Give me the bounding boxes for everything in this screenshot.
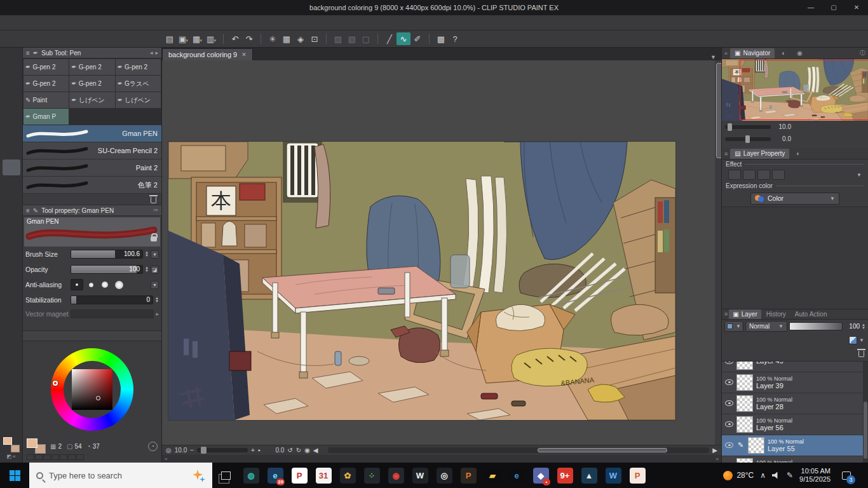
fg-bg-swatches[interactable] xyxy=(27,438,46,454)
tool-icon[interactable] xyxy=(3,96,20,112)
compass-icon[interactable]: ◔ xyxy=(148,442,158,451)
toolbar-icon[interactable]: ? xyxy=(448,32,462,45)
toolbar-icon[interactable]: ▥▾ xyxy=(205,32,219,45)
blend-mode-dropdown[interactable]: Normal▼ xyxy=(745,321,787,332)
start-button[interactable] xyxy=(0,463,29,488)
layer-type-combo[interactable]: ▼ xyxy=(724,321,743,332)
brush-size-spin[interactable]: ▲▼ xyxy=(145,251,149,257)
layer-row[interactable]: ✎ 100 % Normal Layer 55 xyxy=(722,435,868,456)
toolbar-icon[interactable]: ▨ xyxy=(331,32,345,45)
panel-info-icon[interactable]: ⓘ xyxy=(860,49,865,57)
opacity-slider[interactable]: 100 xyxy=(71,265,143,274)
opacity-spin[interactable]: ▲▼ xyxy=(145,266,149,273)
aa-weak-button[interactable] xyxy=(85,279,97,290)
taskbar-app-button[interactable]: 31 xyxy=(311,463,336,488)
taskbar-app-button[interactable]: e xyxy=(505,463,529,488)
layer-row[interactable]: 100 % Normal Layer 57 xyxy=(722,456,868,463)
navigator-thumbnail[interactable] xyxy=(722,59,868,121)
collapse-icon[interactable]: ◂ xyxy=(150,50,153,56)
tab-auto-action[interactable]: Auto Action xyxy=(791,309,831,319)
tab-information[interactable]: ◉ xyxy=(792,48,807,58)
tool-icon[interactable] xyxy=(3,64,20,80)
layer-visibility-icon[interactable] xyxy=(725,421,733,427)
zoom-slider[interactable] xyxy=(197,448,248,452)
delete-layer-icon[interactable] xyxy=(858,351,864,357)
taskbar-search[interactable]: Type here to search xyxy=(29,463,212,488)
brush-list-item[interactable]: 色筆 2 xyxy=(23,177,161,194)
layer-visibility-icon[interactable] xyxy=(725,442,733,448)
layer-thumbnail[interactable] xyxy=(736,416,753,433)
layer-visibility-icon[interactable] xyxy=(725,379,733,385)
color-value-icon[interactable]: ◔ xyxy=(87,443,91,450)
layer-list-scrollbar[interactable] xyxy=(863,362,868,463)
detail-settings-icon[interactable]: ✑ xyxy=(153,207,158,214)
tool-icon[interactable] xyxy=(3,223,20,239)
subtool-button[interactable]: ✒ Gラスペ xyxy=(116,76,161,92)
palette-chip[interactable] xyxy=(76,454,84,460)
layer-row[interactable]: Layer 49 xyxy=(722,362,868,372)
navigator-zoom-slider[interactable] xyxy=(725,125,771,129)
taskbar-app-button[interactable]: e 39 xyxy=(263,463,287,488)
layer-row[interactable]: 100 % Normal Layer 39 xyxy=(722,372,868,393)
toolbar-icon[interactable]: ▦ xyxy=(280,32,294,45)
maximize-button[interactable]: ▢ xyxy=(822,0,845,15)
brush-size-options-button[interactable]: ▾ xyxy=(151,250,159,259)
palette-chip[interactable] xyxy=(68,454,76,460)
taskbar-app-button[interactable]: ▲ xyxy=(577,463,601,488)
layer-thumbnail[interactable] xyxy=(736,395,753,412)
hue-marker[interactable] xyxy=(53,381,58,386)
taskbar-app-button[interactable]: P xyxy=(456,463,480,488)
brush-size-slider[interactable]: 100.6 xyxy=(71,250,143,259)
tab-list-caret-icon[interactable]: ▼ xyxy=(710,54,721,60)
taskbar-app-button[interactable]: ⁘ xyxy=(360,463,384,488)
rotate-reset-button[interactable]: ◉ xyxy=(304,447,310,454)
swap-colors-icon[interactable]: ◩« xyxy=(3,454,20,460)
main-color-swatches[interactable] xyxy=(3,437,20,452)
taskbar-app-button[interactable]: 9+ xyxy=(553,463,577,488)
toolbar-icon[interactable]: ✐ xyxy=(410,32,424,45)
zoom-in-button[interactable]: + xyxy=(251,447,255,454)
tool-icon[interactable] xyxy=(3,302,20,318)
layer-opacity-spin[interactable]: ▲▼ xyxy=(862,323,865,330)
tool-property-header[interactable]: ≡ ✎ Tool property: Gman PEN ✑ xyxy=(23,205,161,216)
aa-options-button[interactable]: ▾ xyxy=(151,281,159,289)
collapse-left-icon[interactable]: « xyxy=(165,456,167,462)
panel-menu-icon[interactable]: ≡ xyxy=(724,151,728,157)
saturation-value-square[interactable] xyxy=(72,369,112,410)
subtool-button[interactable]: ✒ Gman P xyxy=(24,109,69,125)
close-button[interactable]: ✕ xyxy=(845,0,868,15)
palette-chip[interactable] xyxy=(35,454,43,460)
delete-subtool-icon[interactable] xyxy=(151,197,156,203)
sv-marker[interactable] xyxy=(96,396,100,400)
navigator-rotation-slider[interactable] xyxy=(725,137,771,141)
stabilization-slider[interactable]: 0 xyxy=(71,295,153,304)
volume-icon[interactable] xyxy=(772,471,780,479)
taskbar-app-button[interactable]: ◎ xyxy=(432,463,456,488)
taskbar-app-button[interactable]: P xyxy=(625,463,649,488)
document-tab[interactable]: background coloring 9 ✕ xyxy=(162,48,253,60)
layer-visibility-icon[interactable] xyxy=(725,400,733,406)
palette-chip[interactable] xyxy=(27,454,34,460)
tool-icon[interactable] xyxy=(3,334,20,350)
aa-strong-button[interactable] xyxy=(112,279,125,290)
palette-chip[interactable] xyxy=(51,454,59,460)
tool-icon[interactable] xyxy=(3,239,20,255)
lock-icon[interactable] xyxy=(151,236,157,241)
canvas-viewport[interactable] xyxy=(162,60,721,445)
taskbar-app-button[interactable]: ◆ • xyxy=(529,463,553,488)
brush-list-item[interactable]: Gman PEN xyxy=(23,125,161,142)
subtool-button[interactable]: ✒ しげペン xyxy=(116,92,161,108)
layer-thumbnail[interactable] xyxy=(736,458,753,463)
effect-icon[interactable] xyxy=(743,170,756,180)
toolbar-icon[interactable] xyxy=(6,32,20,45)
zoom-out-button[interactable]: − xyxy=(190,447,194,454)
layer-thumbnail[interactable] xyxy=(736,374,753,391)
toolbar-icon[interactable]: ▢ xyxy=(359,32,373,45)
tab-layer[interactable]: ▣ Layer xyxy=(729,309,761,319)
tab-close-icon[interactable]: ✕ xyxy=(241,51,247,58)
scroll-left-arrow[interactable]: ◀ xyxy=(313,447,318,454)
toolbar-icon[interactable]: ↷ xyxy=(242,32,256,45)
palette-chip[interactable] xyxy=(43,454,51,460)
toolbar-icon[interactable]: ✳ xyxy=(266,32,280,45)
effect-icon[interactable] xyxy=(728,170,741,180)
